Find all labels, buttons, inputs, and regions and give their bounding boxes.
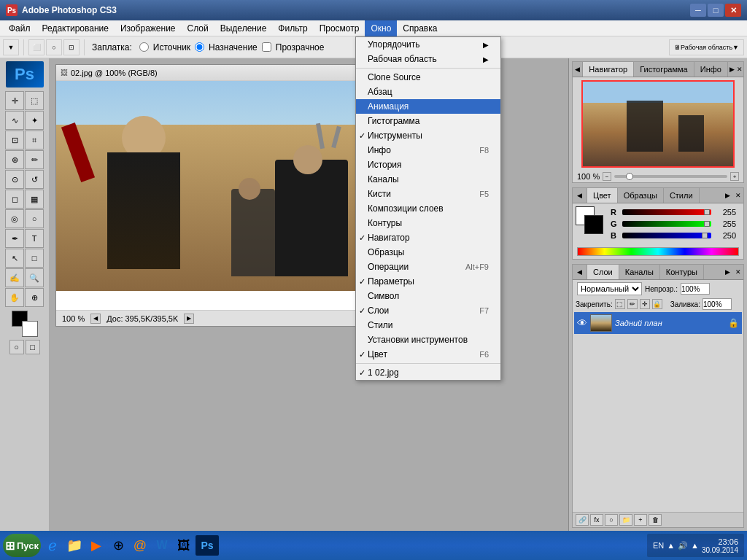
quick-mask-mode[interactable]: ○ — [9, 340, 24, 354]
delete-layer-btn[interactable]: 🗑 — [649, 514, 662, 526]
eyedropper-tool[interactable]: 🔍 — [25, 268, 44, 287]
menu-arrange[interactable]: Упорядочить ▶ — [356, 37, 500, 52]
move-tool[interactable]: ✛ — [5, 91, 24, 110]
r-slider[interactable] — [622, 209, 711, 215]
layers-collapse-btn[interactable]: ◀ — [573, 265, 587, 279]
blend-mode-select[interactable]: Нормальный — [577, 282, 642, 295]
menu-edit[interactable]: Редактирование — [36, 20, 115, 36]
menu-actions[interactable]: Операции Alt+F9 — [356, 260, 500, 274]
heal-tool[interactable]: ⊕ — [5, 150, 24, 169]
magic-wand-tool[interactable]: ✦ — [25, 111, 44, 130]
pen-tool[interactable]: ✒ — [5, 229, 24, 248]
minimize-button[interactable]: ─ — [690, 4, 706, 17]
add-mask-btn[interactable]: ○ — [605, 514, 618, 526]
tool-preset-button[interactable]: ▼ — [3, 39, 19, 55]
new-layer-btn[interactable]: + — [634, 514, 647, 526]
zoom-out-btn[interactable]: − — [603, 172, 611, 181]
nav-collapse-btn[interactable]: ◀ — [573, 62, 583, 77]
opacity-input[interactable] — [681, 283, 710, 295]
anti-alias-btn[interactable]: ⊡ — [63, 39, 80, 55]
menu-info[interactable]: Инфо F8 — [356, 143, 500, 158]
tab-swatches[interactable]: Образцы — [618, 188, 664, 203]
history-brush[interactable]: ↺ — [25, 170, 44, 189]
menu-tools[interactable]: Инструменты — [356, 128, 500, 143]
taskbar-word[interactable]: W — [152, 535, 172, 556]
menu-tool-presets[interactable]: Установки инструментов — [356, 332, 500, 347]
menu-navigator[interactable]: Навигатор — [356, 230, 500, 245]
slice-tool[interactable]: ⌗ — [25, 131, 44, 149]
menu-brushes[interactable]: Кисти F5 — [356, 187, 500, 201]
tab-paths[interactable]: Контуры — [660, 265, 704, 279]
g-slider[interactable] — [622, 221, 711, 227]
menu-history[interactable]: История — [356, 158, 500, 172]
brush-tool[interactable]: ✏ — [25, 150, 44, 169]
menu-window[interactable]: Окно — [365, 20, 397, 36]
menu-character[interactable]: Символ — [356, 289, 500, 303]
menu-animation[interactable]: Анимация — [356, 99, 500, 114]
menu-channels[interactable]: Каналы — [356, 172, 500, 187]
lasso-tool[interactable]: ∿ — [5, 111, 24, 130]
taskbar-explorer[interactable]: 📁 — [64, 535, 85, 556]
canvas-nav-right[interactable]: ▶ — [184, 314, 194, 324]
clone-tool[interactable]: ⊙ — [5, 170, 24, 189]
dest-radio[interactable] — [195, 42, 204, 52]
menu-layer-comps[interactable]: Композиции слоев — [356, 201, 500, 216]
path-select-tool[interactable]: ↖ — [5, 249, 24, 268]
menu-histogram[interactable]: Гистограмма — [356, 114, 500, 128]
taskbar-ie[interactable]: ℯ — [42, 535, 63, 556]
menu-help[interactable]: Справка — [397, 20, 443, 36]
start-button[interactable]: ⊞ Пуск — [3, 534, 41, 557]
color-close-btn[interactable]: ✕ — [733, 188, 743, 203]
fill-input[interactable] — [703, 298, 732, 310]
dodge-tool[interactable]: ○ — [25, 209, 44, 228]
hand-tool[interactable]: ✋ — [5, 288, 24, 307]
new-group-btn[interactable]: 📁 — [619, 514, 632, 526]
notes-tool[interactable]: ✍ — [5, 268, 24, 287]
menu-paths[interactable]: Контуры — [356, 216, 500, 230]
tab-navigator[interactable]: Навигатор — [583, 62, 634, 77]
bg-color-swatch[interactable] — [584, 215, 603, 234]
lock-transparent-btn[interactable]: ⬚ — [615, 299, 625, 309]
lock-position-btn[interactable]: ✛ — [640, 299, 650, 309]
menu-options[interactable]: Параметры — [356, 274, 500, 289]
menu-02jpg[interactable]: 1 02.jpg — [356, 365, 500, 380]
maximize-button[interactable]: □ — [708, 4, 724, 17]
menu-styles[interactable]: Стили — [356, 318, 500, 332]
nav-close-btn[interactable]: ✕ — [736, 62, 743, 77]
menu-view[interactable]: Просмотр — [314, 20, 365, 36]
crop-tool[interactable]: ⊡ — [5, 131, 24, 149]
eraser-tool[interactable]: ◻ — [5, 190, 24, 209]
source-radio[interactable] — [139, 42, 149, 52]
menu-layers[interactable]: Слои F7 — [356, 303, 500, 318]
taskbar-mail[interactable]: @ — [130, 535, 150, 556]
menu-select[interactable]: Выделение — [214, 20, 273, 36]
tab-color[interactable]: Цвет — [587, 188, 618, 203]
shape-tool[interactable]: □ — [25, 249, 44, 268]
b-slider[interactable] — [622, 233, 711, 238]
menu-workspace[interactable]: Рабочая область ▶ — [356, 52, 500, 66]
tab-layers[interactable]: Слои — [587, 265, 619, 279]
zoom-tool[interactable]: ⊕ — [25, 288, 44, 307]
layer-visibility-eye[interactable]: 👁 — [577, 317, 587, 329]
tab-channels[interactable]: Каналы — [619, 265, 660, 279]
menu-file[interactable]: Файл — [3, 20, 36, 36]
zoom-slider[interactable] — [614, 175, 727, 178]
tab-info[interactable]: Инфо — [694, 62, 728, 77]
marquee-tool[interactable]: ⬚ — [25, 91, 44, 110]
close-button[interactable]: ✕ — [725, 4, 741, 17]
menu-paragraph[interactable]: Абзац — [356, 85, 500, 99]
taskbar-photo[interactable]: 🖼 — [174, 535, 194, 556]
nav-menu-btn[interactable]: ▶ — [728, 62, 736, 77]
trans-checkbox[interactable] — [262, 42, 271, 52]
tab-histogram[interactable]: Гистограмма — [634, 62, 694, 77]
color-spectrum[interactable] — [577, 247, 739, 256]
link-layers-btn[interactable]: 🔗 — [576, 514, 589, 526]
rect-select[interactable]: ⬜ — [28, 39, 44, 55]
background-swatch[interactable] — [22, 321, 38, 337]
blur-tool[interactable]: ◎ — [5, 209, 24, 228]
taskbar-ps[interactable]: Ps — [196, 535, 219, 556]
layers-close-btn[interactable]: ✕ — [733, 265, 743, 279]
text-tool[interactable]: T — [25, 229, 44, 248]
feather-btn[interactable]: ○ — [46, 39, 62, 55]
menu-image[interactable]: Изображение — [115, 20, 182, 36]
